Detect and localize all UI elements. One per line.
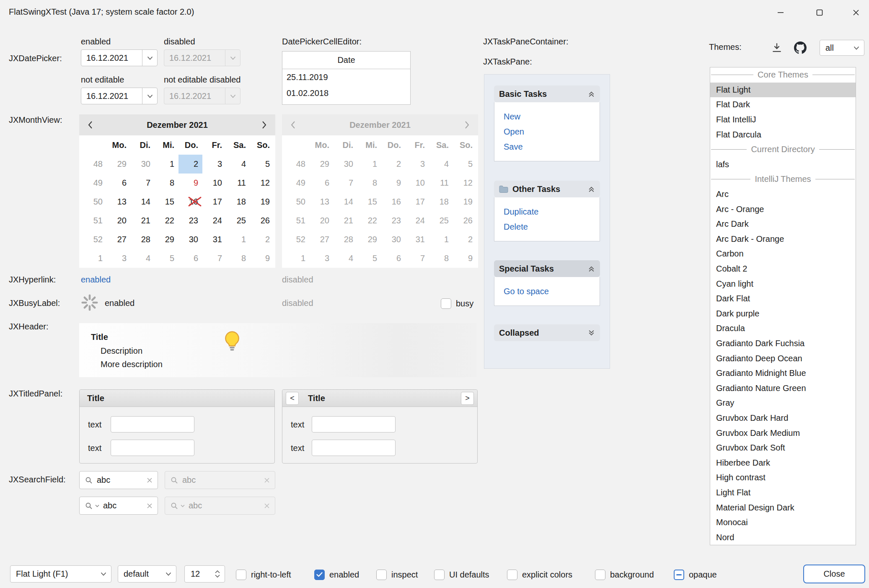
day-cell[interactable]: 27 — [107, 230, 131, 249]
chevron-down-icon[interactable] — [142, 50, 157, 66]
day-cell[interactable]: 19 — [250, 192, 274, 211]
laf-combobox[interactable]: Flat Light (F1) — [10, 565, 111, 583]
day-cell[interactable]: 25 — [226, 211, 250, 230]
theme-item[interactable]: Gray — [710, 396, 856, 411]
checkbox-box[interactable] — [376, 570, 387, 580]
day-cell[interactable]: 1 — [155, 155, 178, 174]
spinner-value[interactable]: 12 — [185, 569, 210, 579]
taskpane-link[interactable]: Open — [504, 124, 600, 139]
day-cell[interactable]: 10 — [202, 174, 226, 192]
day-cell[interactable]: 28 — [131, 230, 155, 249]
day-cell[interactable]: 4 — [131, 249, 155, 268]
theme-item[interactable]: Gradianto Midnight Blue — [710, 366, 856, 381]
prev-month-icon[interactable] — [88, 121, 93, 129]
checkbox-opaque[interactable]: opaque — [674, 569, 717, 580]
spinner-down-icon[interactable] — [215, 575, 220, 578]
collapse-chevron-up-icon[interactable] — [588, 91, 595, 98]
theme-item[interactable]: Dark Flat — [710, 291, 856, 306]
taskpane-link[interactable]: Delete — [504, 219, 600, 234]
day-cell[interactable]: 20 — [107, 211, 131, 230]
day-cell[interactable]: 15 — [155, 192, 178, 211]
monthview-enabled[interactable]: Dezember 2021Mo.Di.Mi.Do.Fr.Sa.So.482930… — [79, 114, 275, 268]
day-cell[interactable]: 6 — [107, 174, 131, 192]
day-cell[interactable]: 2 — [250, 230, 274, 249]
theme-item[interactable]: Gradianto Nature Green — [710, 381, 856, 396]
chevron-down-icon[interactable] — [142, 88, 157, 104]
day-cell[interactable]: 12 — [250, 174, 274, 192]
search-input[interactable]: abc — [103, 501, 143, 510]
theme-item[interactable]: Light Flat — [710, 485, 856, 500]
day-cell[interactable]: 18 — [226, 192, 250, 211]
day-cell[interactable]: 26 — [250, 211, 274, 230]
collapse-chevron-up-icon[interactable] — [588, 186, 595, 193]
theme-item[interactable]: Carbon — [710, 246, 856, 262]
theme-item[interactable]: Nord — [710, 530, 856, 545]
datepicker-value[interactable]: 16.12.2021 — [81, 53, 142, 63]
datepicker-enabled[interactable]: 16.12.2021 — [81, 49, 158, 66]
theme-item[interactable]: lafs — [710, 157, 856, 172]
day-cell[interactable]: 30 — [131, 155, 155, 174]
theme-item[interactable]: Flat Light — [710, 83, 856, 98]
theme-item[interactable]: Flat IntelliJ — [710, 112, 856, 127]
theme-item[interactable]: Flat Dark — [710, 97, 856, 112]
theme-item[interactable]: High contrast — [710, 470, 856, 485]
day-cell[interactable]: 3 — [107, 249, 131, 268]
theme-item[interactable]: Dark purple — [710, 306, 856, 321]
theme-item[interactable]: Gruvbox Dark Hard — [710, 411, 856, 426]
day-cell[interactable]: 13 — [107, 192, 131, 211]
day-cell[interactable]: 29 — [107, 155, 131, 174]
spinner-up-icon[interactable] — [215, 570, 220, 573]
day-cell[interactable]: 29 — [155, 230, 178, 249]
table-row[interactable]: 25.11.2019 — [282, 69, 410, 85]
title-left-button[interactable]: < — [286, 392, 299, 405]
theme-item[interactable]: Gruvbox Dark Soft — [710, 440, 856, 456]
theme-item[interactable]: Arc — [710, 187, 856, 202]
busy-checkbox[interactable]: busy — [441, 298, 473, 309]
checkbox-box[interactable] — [674, 570, 684, 580]
taskpane-header[interactable]: Special Tasks — [494, 260, 600, 277]
day-cell[interactable]: 5 — [155, 249, 178, 268]
text-input[interactable] — [111, 416, 194, 433]
day-cell[interactable]: 8 — [226, 249, 250, 268]
taskpane-header[interactable]: Other Tasks — [494, 181, 600, 197]
taskpane-link[interactable]: Go to space — [504, 284, 600, 299]
expand-chevron-down-icon[interactable] — [588, 329, 595, 337]
theme-item[interactable]: Gradianto Dark Fuchsia — [710, 336, 856, 351]
day-cell[interactable]: 7 — [131, 174, 155, 192]
taskpane-header[interactable]: Basic Tasks — [494, 85, 600, 102]
day-cell[interactable]: 8 — [155, 174, 178, 192]
day-cell[interactable]: 30 — [178, 230, 202, 249]
taskpane-link[interactable]: New — [504, 109, 600, 124]
checkbox-background[interactable]: background — [595, 569, 654, 580]
theme-item[interactable]: Cobalt 2 — [710, 262, 856, 277]
close-button[interactable]: Close — [803, 565, 865, 583]
datepicker-not-editable[interactable]: 16.12.2021 — [81, 88, 158, 104]
search-input[interactable]: abc — [97, 475, 143, 485]
checkbox-box[interactable] — [595, 570, 605, 580]
close-window-button[interactable] — [843, 0, 869, 25]
theme-item[interactable]: Arc - Orange — [710, 202, 856, 217]
theme-item[interactable]: Cyan light — [710, 276, 856, 291]
day-cell[interactable]: 21 — [131, 211, 155, 230]
day-cell[interactable]: 1 — [226, 230, 250, 249]
theme-item[interactable]: Gruvbox Dark Medium — [710, 425, 856, 440]
theme-item[interactable]: Flat Darcula — [710, 127, 856, 142]
taskpane-header[interactable]: Collapsed — [494, 324, 600, 341]
day-cell[interactable]: 31 — [202, 230, 226, 249]
checkbox-box[interactable] — [314, 570, 325, 580]
title-bar[interactable]: FlatSwingXTest (Java 17; system scale fa… — [0, 0, 869, 25]
day-cell[interactable]: 22 — [155, 211, 178, 230]
theme-item[interactable]: Hiberbee Dark — [710, 455, 856, 470]
day-cell[interactable]: 3 — [202, 155, 226, 174]
day-cell[interactable]: 6 — [178, 249, 202, 268]
table-column-header[interactable]: Date — [282, 52, 410, 69]
taskpane-link[interactable]: Duplicate — [504, 204, 600, 219]
day-cell[interactable]: 14 — [131, 192, 155, 211]
themes-filter-combobox[interactable]: all — [820, 40, 864, 56]
text-input[interactable] — [312, 416, 396, 433]
collapse-chevron-up-icon[interactable] — [588, 265, 595, 272]
minimize-button[interactable] — [768, 0, 794, 25]
day-cell[interactable]: 7 — [202, 249, 226, 268]
download-themes-button[interactable] — [770, 41, 784, 54]
checkbox-inspect[interactable]: inspect — [376, 569, 418, 580]
